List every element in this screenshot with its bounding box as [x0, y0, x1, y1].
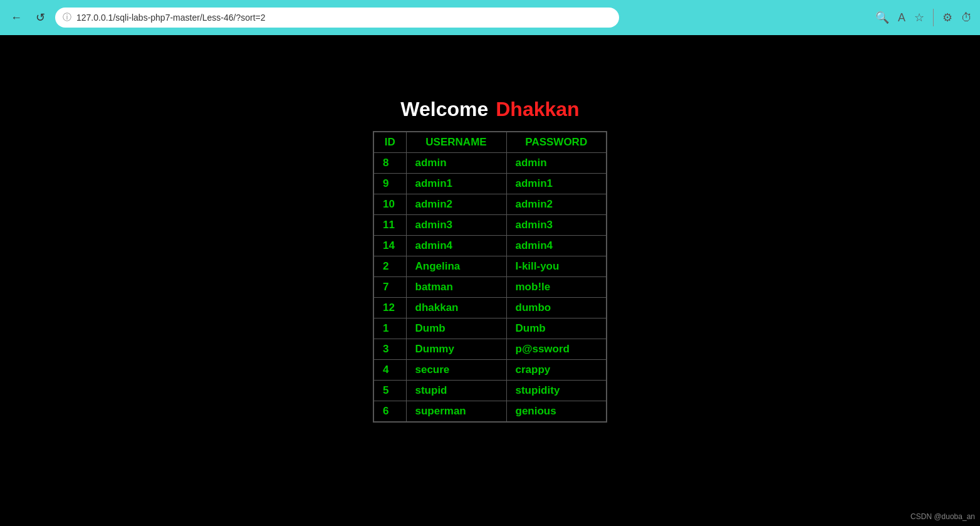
cell-password: admin — [506, 153, 607, 174]
cell-password: admin1 — [506, 174, 607, 194]
cell-username: Dummy — [406, 339, 506, 360]
page-content: Welcome Dhakkan ID USERNAME PASSWORD 8ad… — [0, 35, 980, 526]
browser-chrome: ← ↺ ⓘ 127.0.0.1/sqli-labs-php7-master/Le… — [0, 0, 980, 35]
cell-id: 14 — [373, 236, 406, 256]
col-header-id: ID — [373, 132, 406, 153]
col-header-username: USERNAME — [406, 132, 506, 153]
cell-username: admin3 — [406, 215, 506, 236]
welcome-label: Welcome — [400, 98, 488, 121]
cell-username: admin2 — [406, 194, 506, 215]
cell-password: dumbo — [506, 298, 607, 318]
zoom-icon[interactable]: 🔍 — [875, 11, 889, 24]
cell-id: 3 — [373, 339, 406, 360]
data-table: ID USERNAME PASSWORD 8adminadmin9admin1a… — [373, 131, 607, 423]
table-row: 11admin3admin3 — [373, 215, 607, 236]
cell-id: 12 — [373, 298, 406, 318]
menu-icon[interactable]: ⏱ — [961, 11, 972, 24]
cell-password: admin2 — [506, 194, 607, 215]
cell-username: stupid — [406, 381, 506, 401]
cell-password: stupidity — [506, 381, 607, 401]
bookmark-icon[interactable]: ☆ — [914, 11, 924, 24]
toolbar-right: 🔍 A ☆ ⚙ ⏱ — [875, 9, 972, 26]
cell-id: 5 — [373, 381, 406, 401]
table-row: 2AngelinaI-kill-you — [373, 256, 607, 277]
table-row: 1DumbDumb — [373, 318, 607, 339]
cell-id: 9 — [373, 174, 406, 194]
extensions-icon[interactable]: ⚙ — [942, 11, 952, 24]
reload-button[interactable]: ↺ — [31, 9, 49, 26]
table-row: 12dhakkandumbo — [373, 298, 607, 318]
cell-username: dhakkan — [406, 298, 506, 318]
cell-id: 10 — [373, 194, 406, 215]
site-name: Dhakkan — [496, 98, 579, 121]
cell-username: admin1 — [406, 174, 506, 194]
welcome-heading: Welcome Dhakkan — [400, 98, 579, 121]
table-row: 8adminadmin — [373, 153, 607, 174]
table-row: 9admin1admin1 — [373, 174, 607, 194]
url-text: 127.0.0.1/sqli-labs-php7-master/Less-46/… — [76, 13, 612, 23]
cell-username: superman — [406, 401, 506, 423]
cell-username: secure — [406, 360, 506, 381]
cell-password: I-kill-you — [506, 256, 607, 277]
cell-id: 4 — [373, 360, 406, 381]
cell-username: Angelina — [406, 256, 506, 277]
cell-password: mob!le — [506, 277, 607, 298]
cell-username: Dumb — [406, 318, 506, 339]
cell-password: genious — [506, 401, 607, 423]
table-row: 10admin2admin2 — [373, 194, 607, 215]
cell-id: 2 — [373, 256, 406, 277]
table-row: 3Dummyp@ssword — [373, 339, 607, 360]
cell-password: crappy — [506, 360, 607, 381]
cell-password: p@ssword — [506, 339, 607, 360]
csdn-watermark: CSDN @duoba_an — [910, 512, 975, 521]
address-bar[interactable]: ⓘ 127.0.0.1/sqli-labs-php7-master/Less-4… — [55, 8, 619, 28]
cell-password: admin4 — [506, 236, 607, 256]
table-row: 6supermangenious — [373, 401, 607, 423]
cell-id: 7 — [373, 277, 406, 298]
back-button[interactable]: ← — [8, 9, 25, 26]
table-row: 4securecrappy — [373, 360, 607, 381]
cell-id: 11 — [373, 215, 406, 236]
translate-icon[interactable]: A — [898, 11, 905, 24]
table-header-row: ID USERNAME PASSWORD — [373, 132, 607, 153]
cell-password: Dumb — [506, 318, 607, 339]
table-row: 14admin4admin4 — [373, 236, 607, 256]
cell-id: 6 — [373, 401, 406, 423]
divider — [933, 9, 934, 26]
cell-id: 1 — [373, 318, 406, 339]
col-header-password: PASSWORD — [506, 132, 607, 153]
table-row: 5stupidstupidity — [373, 381, 607, 401]
cell-username: batman — [406, 277, 506, 298]
info-icon: ⓘ — [63, 12, 71, 23]
cell-password: admin3 — [506, 215, 607, 236]
cell-username: admin4 — [406, 236, 506, 256]
table-row: 7batmanmob!le — [373, 277, 607, 298]
cell-id: 8 — [373, 153, 406, 174]
cell-username: admin — [406, 153, 506, 174]
